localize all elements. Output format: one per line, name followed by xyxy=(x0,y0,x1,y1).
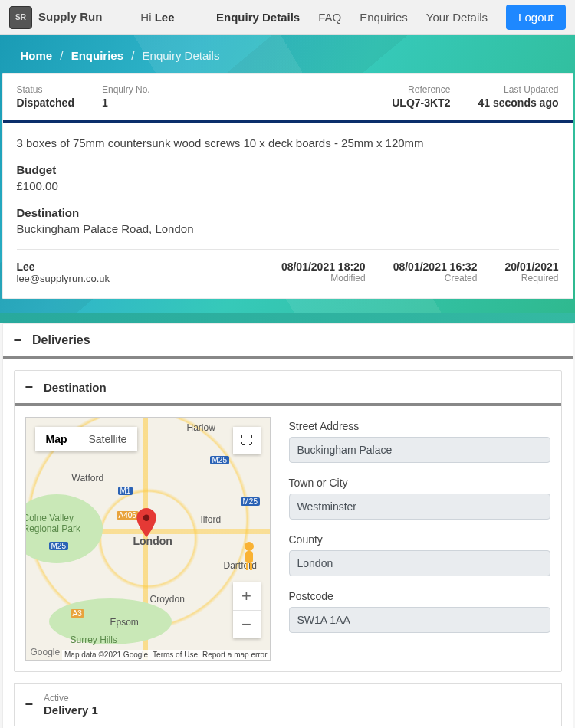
report-link[interactable]: Report a map error xyxy=(202,651,267,659)
svg-point-1 xyxy=(245,542,254,551)
svg-point-0 xyxy=(143,514,149,520)
modified-dt: 08/01/2021 18:20 xyxy=(281,261,366,273)
required-dt: 20/01/2021 xyxy=(504,261,558,273)
budget-title: Budget xyxy=(17,163,559,176)
street-input[interactable] xyxy=(289,437,550,463)
breadcrumb: Home / Enquiries / Enquiry Details xyxy=(2,49,573,73)
map-type-toggle: Map Satellite xyxy=(35,427,138,451)
street-label: Street Address xyxy=(289,420,550,432)
deliveries-header[interactable]: − Deliveries xyxy=(3,324,573,359)
nav-enquiry-details[interactable]: Enquiry Details xyxy=(216,11,300,24)
map-zoom: + − xyxy=(233,582,261,638)
modified-label: Modified xyxy=(281,273,366,284)
brand-logo: SR xyxy=(9,6,32,29)
collapse-icon: − xyxy=(25,380,34,394)
google-logo: Google xyxy=(31,647,61,657)
contact-name: Lee xyxy=(17,261,110,273)
delivery-title: Delivery 1 xyxy=(44,703,98,717)
postcode-label: Postcode xyxy=(289,590,550,602)
map-type-map[interactable]: Map xyxy=(35,427,78,451)
enquiry-items: 3 boxes of 75mm countersunk wood screws … xyxy=(17,136,559,149)
svg-rect-4 xyxy=(250,563,252,570)
pegman-icon[interactable] xyxy=(238,541,261,572)
destination-panel: − Destination Harlow Watford London Ilfo… xyxy=(14,370,562,672)
created-dt: 08/01/2021 16:32 xyxy=(393,261,478,273)
deliveries-title: Deliveries xyxy=(32,333,90,347)
breadcrumb-enquiries[interactable]: Enquiries xyxy=(71,49,123,62)
destination-header[interactable]: − Destination xyxy=(15,371,561,406)
county-input[interactable] xyxy=(289,550,550,576)
reference-label: Reference xyxy=(392,84,450,95)
required-label: Required xyxy=(504,273,558,284)
terms-link[interactable]: Terms of Use xyxy=(153,651,198,659)
brand-name: Supply Run xyxy=(38,11,102,24)
contact-email: lee@supplyrun.co.uk xyxy=(17,273,110,284)
town-input[interactable] xyxy=(289,494,550,520)
breadcrumb-current: Enquiry Details xyxy=(143,49,220,62)
zoom-out-button[interactable]: − xyxy=(233,611,261,638)
enquiry-no-label: Enquiry No. xyxy=(102,84,150,95)
greeting: Hi Lee xyxy=(140,11,174,24)
town-label: Town or City xyxy=(289,477,550,489)
hero-band: Home / Enquiries / Enquiry Details Statu… xyxy=(0,35,575,313)
map[interactable]: Harlow Watford London Ilford Dartford Cr… xyxy=(25,417,271,661)
nav-links: Enquiry Details FAQ Enquiries Your Detai… xyxy=(216,5,566,30)
map-pin-icon xyxy=(136,508,156,539)
breadcrumb-home[interactable]: Home xyxy=(21,49,53,62)
destination-value: Buckingham Palace Road, London xyxy=(17,222,559,235)
status-bar: Status Dispatched Enquiry No. 1 Referenc… xyxy=(3,74,573,123)
enquiry-no-value: 1 xyxy=(102,97,150,109)
destination-title: Destination xyxy=(17,206,559,219)
svg-rect-2 xyxy=(245,551,253,563)
reference-value: ULQ7-3KT2 xyxy=(392,97,450,109)
nav-enquiries[interactable]: Enquiries xyxy=(360,11,408,24)
postcode-input[interactable] xyxy=(289,607,550,633)
created-label: Created xyxy=(393,273,478,284)
nav-your-details[interactable]: Your Details xyxy=(426,11,488,24)
last-updated-value: 41 seconds ago xyxy=(478,97,558,109)
collapse-icon: − xyxy=(25,697,34,713)
destination-form: Street Address Town or City County Postc… xyxy=(289,417,550,661)
budget-value: £100.00 xyxy=(17,179,559,192)
svg-rect-3 xyxy=(246,563,248,570)
status-label: Status xyxy=(17,84,74,95)
deliveries-panel: − Deliveries − Destination Harlow Watfor… xyxy=(2,323,573,728)
collapse-icon: − xyxy=(14,333,22,347)
topbar: SR Supply Run Hi Lee Enquiry Details FAQ… xyxy=(0,0,575,35)
last-updated-label: Last Updated xyxy=(478,84,558,95)
nav-faq[interactable]: FAQ xyxy=(318,11,341,24)
enquiry-card: Status Dispatched Enquiry No. 1 Referenc… xyxy=(2,73,573,299)
delivery-status: Active xyxy=(44,693,98,703)
destination-panel-title: Destination xyxy=(44,381,107,394)
delivery-header[interactable]: − Active Delivery 1 xyxy=(14,683,562,726)
logout-button[interactable]: Logout xyxy=(506,5,566,30)
map-type-satellite[interactable]: Satellite xyxy=(78,427,138,451)
zoom-in-button[interactable]: + xyxy=(233,582,261,610)
divider xyxy=(17,249,559,250)
fullscreen-icon[interactable]: ⛶ xyxy=(233,427,261,454)
map-attribution: Map data ©2021 Google Terms of Use Repor… xyxy=(62,650,270,660)
status-value: Dispatched xyxy=(17,97,74,109)
county-label: County xyxy=(289,533,550,546)
